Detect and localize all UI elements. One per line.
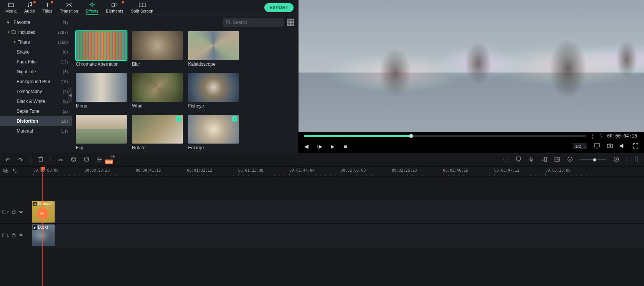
mark-in-button[interactable]: { xyxy=(590,133,595,139)
timeline-ruler[interactable]: 00:00:00:0000:00:20:2000:00:41:1600:01:0… xyxy=(31,167,644,177)
display-icon[interactable] xyxy=(594,143,600,150)
track-visible-icon[interactable] xyxy=(19,210,24,214)
notification-dot xyxy=(51,1,53,3)
zoom-out-button[interactable] xyxy=(567,156,573,163)
split-button[interactable]: ✂ xyxy=(58,157,64,163)
svg-rect-13 xyxy=(609,144,611,144)
tab-effects[interactable]: Effects xyxy=(82,0,102,15)
svg-line-23 xyxy=(86,158,88,159)
mic-icon[interactable] xyxy=(528,156,534,163)
folder-icon xyxy=(8,2,14,8)
redo-button[interactable]: ↷ xyxy=(17,157,24,163)
auto-ripple-icon[interactable] xyxy=(3,169,8,174)
scissor-icon[interactable]: ✂ xyxy=(37,208,48,219)
effect-card-kaleidoscope[interactable]: Kaleidoscope xyxy=(188,31,239,67)
stop-button[interactable]: ■ xyxy=(342,144,349,149)
undo-button[interactable]: ↶ xyxy=(5,157,11,163)
tab-split-screen[interactable]: Split Screen xyxy=(127,0,157,15)
play-button[interactable]: ▶ xyxy=(330,144,336,149)
split-icon xyxy=(139,2,146,8)
download-icon: ↓ xyxy=(232,116,237,122)
sidebar-item-lomography[interactable]: Lomography(4) xyxy=(0,87,72,96)
search-input[interactable] xyxy=(223,18,284,27)
speed-button[interactable] xyxy=(83,156,90,163)
effect-card-whirl[interactable]: Whirl xyxy=(132,73,183,109)
step-back-button[interactable]: ◀I xyxy=(304,144,310,149)
folder-icon xyxy=(11,30,17,35)
sidebar-item-black-white[interactable]: Black & White(2) xyxy=(0,96,72,106)
effect-card-rotate[interactable]: ↓Rotate xyxy=(132,115,183,150)
effect-card-fisheye[interactable]: Fisheye xyxy=(188,73,239,109)
sidebar-collapse-handle[interactable]: ◀ xyxy=(68,87,72,103)
track-lock-icon[interactable] xyxy=(12,233,16,238)
sidebar-item-faux-film[interactable]: Faux Film(12) xyxy=(0,57,72,67)
tab-media[interactable]: Media xyxy=(2,0,20,15)
clip-label: Ducks xyxy=(38,225,49,229)
crop-icon[interactable] xyxy=(554,157,560,163)
zoom-slider[interactable] xyxy=(580,159,606,160)
sidebar-item-material[interactable]: Material(11) xyxy=(0,126,72,136)
meter-toggle-icon[interactable] xyxy=(633,156,639,163)
svg-point-55 xyxy=(20,235,22,236)
svg-rect-47 xyxy=(637,156,638,162)
audio-mix-icon[interactable] xyxy=(541,157,547,163)
mark-out-button[interactable]: } xyxy=(598,133,603,139)
track-visible-icon[interactable] xyxy=(19,233,24,238)
track-lock-icon[interactable] xyxy=(12,209,16,215)
track-header-2: 2 xyxy=(0,200,31,224)
clip-label: Chromati xyxy=(38,202,53,206)
render-icon[interactable] xyxy=(503,156,509,163)
fullscreen-icon[interactable] xyxy=(633,143,639,150)
zoom-in-button[interactable] xyxy=(613,156,619,163)
svg-point-35 xyxy=(503,157,508,161)
sidebar-item-favorite[interactable]: ♥Favorite(1) xyxy=(0,17,72,27)
volume-icon[interactable] xyxy=(620,143,626,150)
sidebar-item-sepia-tone[interactable]: Sepia Tone(2) xyxy=(0,106,72,116)
effect-label: Kaleidoscope xyxy=(188,62,239,67)
audio-wave-button[interactable]: Beta xyxy=(109,154,115,166)
link-icon[interactable] xyxy=(12,169,17,174)
tab-titles[interactable]: Titles xyxy=(39,0,56,15)
color-button[interactable] xyxy=(71,156,77,163)
svg-rect-53 xyxy=(2,234,6,237)
timeline-track[interactable]: ★Chromati xyxy=(31,200,644,224)
svg-marker-14 xyxy=(620,144,623,148)
clip-ducks[interactable]: ▶Ducks xyxy=(32,224,55,246)
sidebar-item-night-life[interactable]: Night Life(3) xyxy=(0,67,72,77)
tab-transition[interactable]: Transition xyxy=(56,0,82,15)
effect-thumbnail xyxy=(132,73,183,102)
timeline-track[interactable]: ▶Ducks xyxy=(31,224,644,247)
effect-label: Enlarge xyxy=(188,145,239,150)
effect-thumbnail xyxy=(76,115,127,144)
svg-rect-36 xyxy=(531,157,532,160)
sidebar-item-included[interactable]: ▼Included(287) xyxy=(0,27,72,37)
effect-thumbnail: ↓ xyxy=(188,115,239,144)
effect-card-mirror[interactable]: Mirror xyxy=(76,73,127,109)
playhead[interactable]: ✂ xyxy=(42,167,43,286)
adjust-button[interactable] xyxy=(96,157,102,163)
grid-view-button[interactable] xyxy=(287,19,294,26)
export-button[interactable]: EXPORT xyxy=(264,3,294,12)
effect-card-enlarge[interactable]: ↓Enlarge xyxy=(188,115,239,150)
tab-audio[interactable]: Audio xyxy=(20,0,39,15)
sidebar-item-background-blur[interactable]: Background Blur(16) xyxy=(0,77,72,87)
quality-select[interactable]: 1/2 xyxy=(573,143,587,149)
effect-label: Rotate xyxy=(132,145,183,150)
effect-card-flip[interactable]: Flip xyxy=(76,115,127,150)
preview-monitor[interactable] xyxy=(298,0,644,132)
snapshot-icon[interactable] xyxy=(607,143,613,149)
sidebar-item-shake[interactable]: Shake(8) xyxy=(0,47,72,57)
step-forward-button[interactable]: I▶ xyxy=(317,144,323,149)
search-field[interactable] xyxy=(233,20,290,25)
tab-elements[interactable]: Elements xyxy=(102,0,127,15)
timeline-toolbar: ↶ ↷ ✂ Beta xyxy=(0,153,644,167)
delete-button[interactable] xyxy=(38,156,44,163)
ruler-mark: 00:03:07:12 xyxy=(494,168,519,172)
marker-icon[interactable] xyxy=(515,156,521,163)
preview-seekbar[interactable] xyxy=(304,135,586,137)
effect-card-chromatic-aberration[interactable]: Chromatic Aberration xyxy=(76,31,127,67)
sidebar-item-filters[interactable]: ▼Filters(160) xyxy=(0,37,72,47)
effect-card-blur[interactable]: Blur xyxy=(132,31,183,67)
sidebar-item-distortion[interactable]: Distortion(18) xyxy=(0,116,72,126)
timeline-empty-area[interactable] xyxy=(31,177,644,200)
